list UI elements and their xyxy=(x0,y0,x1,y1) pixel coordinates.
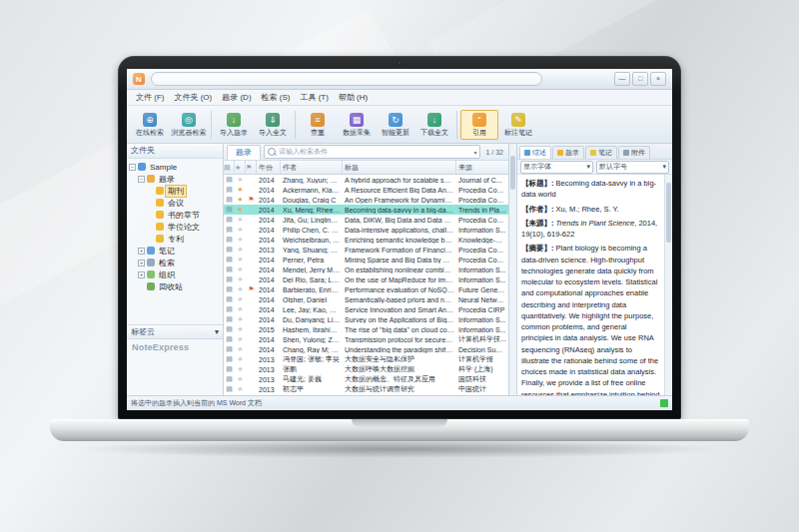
expander-icon[interactable]: − xyxy=(129,164,136,171)
record-type-icon: ▤ xyxy=(224,305,235,313)
tree-item-book-chapter[interactable]: 书的章节 xyxy=(127,209,223,221)
download-fulltext-button[interactable]: ↓下载全文 xyxy=(415,110,453,140)
menu-item[interactable]: 检索 (S) xyxy=(257,92,296,103)
tree-item-search[interactable]: +检索 xyxy=(127,257,223,268)
reference-row[interactable]: ▤★2014Del Rio, Sara; Lopez,...On the use… xyxy=(224,274,508,284)
smart-update-button[interactable]: ↻智能更新 xyxy=(377,110,414,140)
author-cell: Douglas, Craig C xyxy=(281,197,343,204)
star-column-icon[interactable]: ★ xyxy=(235,161,246,174)
detail-tab-summary[interactable]: 综述 xyxy=(519,146,551,159)
tree-item-organize[interactable]: +组织 xyxy=(127,268,223,280)
tab-references[interactable]: 题录 xyxy=(227,145,261,160)
reference-row[interactable]: ▤★2014Chang, Ray M; Kauf...Understanding… xyxy=(224,344,508,354)
menu-item[interactable]: 帮助 (H) xyxy=(334,92,373,103)
tree-item-notes[interactable]: +笔记 xyxy=(127,245,223,257)
column-header-src[interactable]: 来源 xyxy=(456,161,508,174)
tree-item-label: 组织 xyxy=(157,269,177,280)
dedupe-button[interactable]: ≡查重 xyxy=(299,110,337,140)
scrollbar-thumb[interactable] xyxy=(510,156,515,190)
record-type-icon: ▤ xyxy=(224,325,235,333)
import-fulltext-button[interactable]: ⇓导入全文 xyxy=(254,110,292,140)
record-type-icon: ▤ xyxy=(224,196,235,204)
attachment-column-icon[interactable]: ▤ xyxy=(224,161,235,174)
reference-row[interactable]: ▤★2014Jifa, Gu; Lingling, Zh...Data, DIK… xyxy=(224,215,508,225)
year-cell: 2014 xyxy=(257,177,281,184)
toolbar-separator xyxy=(295,111,296,139)
reference-row[interactable]: ▤★2014Xu, Meng; Rhee, Se...Becoming data… xyxy=(224,205,508,215)
reference-row[interactable]: ▤★⚑2014Barbierato, Enrico; G...Performan… xyxy=(224,284,508,294)
menu-item[interactable]: 工具 (T) xyxy=(295,92,333,103)
window-controls: — □ × xyxy=(614,72,666,86)
column-header-year[interactable]: 年份 xyxy=(257,161,281,174)
detail-tab-note[interactable]: 笔记 xyxy=(585,146,617,159)
reference-row[interactable]: ▤★2014Perner, PetraMining Sparse and Big… xyxy=(224,255,508,265)
reference-row[interactable]: ▤★⚑2014Douglas, Craig CAn Open Framework… xyxy=(224,195,508,205)
tree-item-journal[interactable]: 期刊 xyxy=(127,185,223,197)
import-records-button[interactable]: ↓导入题录 xyxy=(215,110,253,140)
menu-item[interactable]: 文件 (F) xyxy=(131,92,169,103)
reference-row[interactable]: ▤★2014Ackermann, Klaus; A...A Resource E… xyxy=(224,185,508,195)
chevron-down-icon[interactable]: ▾ xyxy=(473,149,476,156)
star-icon: ★ xyxy=(235,325,246,333)
reference-row[interactable]: ▤★2013马建光; 姜巍大数据的概念、特征及其应用国防科技 xyxy=(224,374,508,384)
detail-tab-record[interactable]: 题录 xyxy=(552,146,584,159)
column-header-auth[interactable]: 作者 xyxy=(281,161,343,174)
reference-row[interactable]: ▤★2014Zhang, Xuyun; Liu,...A hybrid appr… xyxy=(224,175,508,185)
record-type-icon: ▤ xyxy=(224,266,235,273)
source-cell: Information S... xyxy=(456,276,508,283)
reference-row[interactable]: ▤★2013冯登国; 张敏; 李昊大数据安全与隐私保护计算机学报 xyxy=(224,354,508,364)
menu-item[interactable]: 文件夹 (O) xyxy=(169,92,217,103)
annotate-note-button[interactable]: ✎标注笔记 xyxy=(499,110,537,140)
source-cell: Procedia Com... xyxy=(456,217,508,224)
menu-item[interactable]: 题录 (D) xyxy=(217,92,256,103)
import-records-icon: ↓ xyxy=(227,113,241,127)
column-header-title[interactable]: 标题 xyxy=(343,161,456,174)
star-icon: ★ xyxy=(235,345,246,353)
record-type-icon: ▤ xyxy=(224,256,235,264)
reference-row[interactable]: ▤★2014Olsher, DanielSemantically-based p… xyxy=(224,294,508,304)
list-search-input[interactable]: 请输入检索条件 ▾ xyxy=(264,145,480,159)
tree-item-conference[interactable]: 会议 xyxy=(127,197,223,209)
close-button[interactable]: × xyxy=(650,72,666,86)
minimize-button[interactable]: — xyxy=(614,72,630,86)
detail-scrollbar[interactable] xyxy=(664,175,672,395)
field-value: Xu, M.; Rhee, S. Y. xyxy=(556,205,619,214)
detail-tab-attachment[interactable]: 附件 xyxy=(618,146,650,159)
reference-row[interactable]: ▤★2014Mendel, Jerry M; Kor...On establis… xyxy=(224,265,508,274)
reference-row[interactable]: ▤★2013张鹏大数据呼唤大数据挖掘科学 (上海) xyxy=(224,364,508,374)
expander-icon[interactable]: + xyxy=(138,271,145,278)
star-icon: ★ xyxy=(235,186,246,194)
cite-button[interactable]: “引用 xyxy=(460,110,498,140)
font-size-select[interactable]: 默认字号 ▾ xyxy=(596,161,669,174)
reference-row[interactable]: ▤★2015Hashem, Ibrahim Ab...The rise of "… xyxy=(224,324,508,334)
reference-row[interactable]: ▤★2014Philip Chen, C. L.; Zh...Data-inte… xyxy=(224,225,508,235)
quick-search-input[interactable] xyxy=(151,72,542,86)
tree-item-patent[interactable]: 专利 xyxy=(127,233,223,245)
reference-row[interactable]: ▤★2013初志平大数据与统计调查研究中国统计 xyxy=(224,384,508,394)
list-scrollbar[interactable] xyxy=(509,144,517,395)
scrollbar-thumb[interactable] xyxy=(666,183,671,243)
tree-item-sample[interactable]: −Sample xyxy=(127,161,223,173)
reference-row[interactable]: ▤★2013Yang, Shuang; Guo, ...Framework Fo… xyxy=(224,245,508,255)
expander-icon[interactable]: + xyxy=(138,248,145,255)
data-collect-button[interactable]: ▦数据采集 xyxy=(338,110,376,140)
year-cell: 2014 xyxy=(257,336,281,343)
expander-spacer xyxy=(147,224,154,231)
author-cell: 初志平 xyxy=(281,384,343,394)
online-search-button[interactable]: ⊕在线检索 xyxy=(131,110,169,140)
expander-icon[interactable]: − xyxy=(138,176,145,183)
expander-icon[interactable]: + xyxy=(138,260,145,266)
tree-item-thesis[interactable]: 学位论文 xyxy=(127,221,223,233)
tag-cloud-bar[interactable]: 标签云 ▾ xyxy=(127,324,223,339)
font-family-select[interactable]: 显示字体 ▾ xyxy=(520,161,593,174)
tree-item-label: 书的章节 xyxy=(166,210,202,221)
browser-search-button[interactable]: ◎浏览器检索 xyxy=(170,110,208,140)
reference-row[interactable]: ▤★2014Du, Danyang; Li, Aih...Survey on t… xyxy=(224,314,508,324)
reference-row[interactable]: ▤★2014Lee, Jay; Kao, Hung-...Service Inn… xyxy=(224,304,508,314)
tree-item-records[interactable]: −题录 xyxy=(127,173,223,185)
reference-row[interactable]: ▤★2014Shen, Yulong; Zhan...Transmission … xyxy=(224,334,508,344)
tree-item-recycle[interactable]: 回收站 xyxy=(127,280,223,292)
maximize-button[interactable]: □ xyxy=(632,72,648,86)
flag-column-icon[interactable]: ⚑ xyxy=(246,161,257,174)
reference-row[interactable]: ▤★2014Weichselbraun, A.; G...Enriching s… xyxy=(224,235,508,245)
